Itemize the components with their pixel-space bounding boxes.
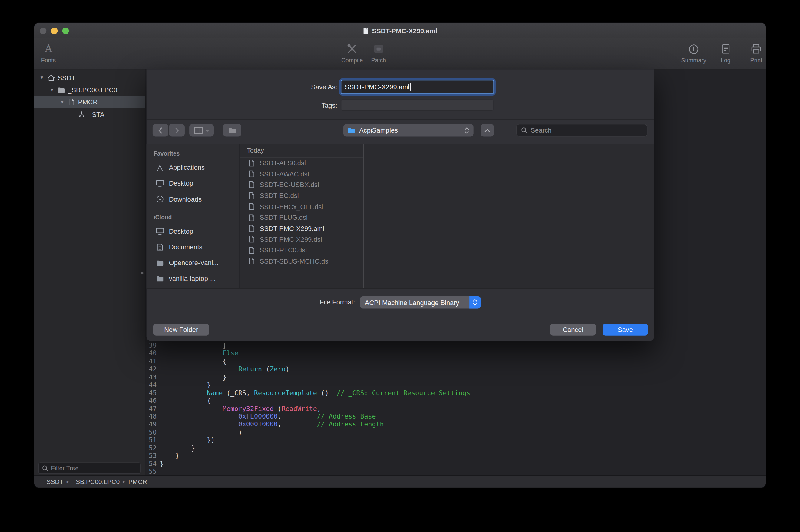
new-folder-button[interactable]: New Folder bbox=[153, 324, 209, 336]
code-text: 0xFE000000, // Address Base bbox=[160, 413, 376, 420]
file-row[interactable]: SSDT-EC.dsl bbox=[240, 190, 364, 201]
toolbar-left-group: AFonts bbox=[37, 42, 60, 63]
toolbar-compile-button[interactable]: Compile bbox=[341, 42, 364, 63]
line-number: 45 bbox=[145, 389, 156, 397]
search-input[interactable]: Search bbox=[516, 124, 647, 136]
up-button[interactable] bbox=[481, 124, 494, 136]
popup-stepper bbox=[469, 296, 481, 308]
file-name: SSDT-SBUS-MCHC.dsl bbox=[260, 257, 330, 265]
magnifier-icon bbox=[42, 465, 49, 472]
folder-icon bbox=[155, 276, 164, 282]
sidebar-item-opencore-vani-[interactable]: Opencore-Vani... bbox=[147, 255, 240, 271]
file-row[interactable]: SSDT-EHCx_OFF.dsl bbox=[240, 201, 364, 212]
file-browser: FavoritesApplicationsDesktopDownloadsiCl… bbox=[147, 144, 654, 289]
code-text: Return (Zero) bbox=[160, 365, 289, 373]
code-line: 40 Else bbox=[145, 349, 766, 357]
columns-view-icon bbox=[193, 127, 203, 134]
location-popup[interactable]: AcpiSamples bbox=[343, 124, 473, 136]
document-icon bbox=[66, 98, 77, 106]
fonts-icon: A bbox=[43, 42, 54, 56]
window-title-area: SSDT-PMC-X299.aml bbox=[363, 26, 437, 34]
file-name: SSDT-AWAC.dsl bbox=[260, 170, 309, 178]
toolbar-print-button[interactable]: Print bbox=[745, 42, 766, 63]
code-text: }) bbox=[160, 436, 215, 444]
code-text: 0x00010000, // Address Length bbox=[160, 420, 384, 428]
disclosure-triangle[interactable]: ▼ bbox=[59, 99, 66, 105]
sidebar-item-downloads[interactable]: Downloads bbox=[147, 191, 240, 207]
file-row[interactable]: SSDT-SBUS-MCHC.dsl bbox=[240, 256, 364, 267]
file-list[interactable]: Today SSDT-ALS0.dslSSDT-AWAC.dslSSDT-EC-… bbox=[240, 144, 364, 288]
sidebar-item-desktop[interactable]: Desktop bbox=[147, 175, 240, 191]
compile-icon bbox=[347, 42, 358, 56]
disclosure-triangle[interactable]: ▼ bbox=[49, 87, 56, 92]
sidebar-section-title: Favorites bbox=[147, 147, 240, 159]
tree-item-label: SSDT bbox=[58, 74, 75, 81]
file-row[interactable]: SSDT-PLUG.dsl bbox=[240, 212, 364, 223]
file-format-popup[interactable]: ACPI Machine Language Binary bbox=[360, 296, 481, 308]
desktop: SSDT-PMC-X299.aml AFonts CompilePatch Su… bbox=[0, 0, 800, 532]
titlebar[interactable]: SSDT-PMC-X299.aml bbox=[34, 23, 766, 38]
tree-item-pmcr[interactable]: ▼PMCR bbox=[34, 96, 145, 108]
document-icon bbox=[363, 27, 369, 34]
code-line: 44 } bbox=[145, 381, 766, 389]
tags-input[interactable] bbox=[341, 99, 494, 111]
toolbar-summary-button[interactable]: Summary bbox=[681, 42, 706, 63]
sidebar-item-label: vanilla-laptop-... bbox=[169, 275, 216, 282]
code-line: 49 0x00010000, // Address Length bbox=[145, 420, 766, 428]
file-group-header: Today bbox=[240, 144, 364, 158]
save-as-label: Save As: bbox=[147, 83, 337, 91]
search-placeholder: Search bbox=[531, 127, 552, 134]
toolbar-log-button[interactable]: Log bbox=[714, 42, 737, 63]
document-icon bbox=[248, 203, 256, 210]
toolbar-label: Summary bbox=[681, 57, 706, 63]
line-number: 44 bbox=[145, 381, 156, 389]
file-row[interactable]: SSDT-ALS0.dsl bbox=[240, 158, 364, 169]
filter-tree-input[interactable]: Filter Tree bbox=[38, 462, 141, 474]
line-number: 48 bbox=[145, 413, 156, 420]
close-button[interactable] bbox=[40, 27, 46, 34]
code-line: 50 ) bbox=[145, 428, 766, 436]
line-number: 39 bbox=[145, 342, 156, 349]
save-dialog: Save As: SSDT-PMC-X299.aml Tags: AcpiSam… bbox=[147, 69, 654, 341]
sidebar-item-vanilla-laptop-[interactable]: vanilla-laptop-... bbox=[147, 271, 240, 287]
file-rows: SSDT-ALS0.dslSSDT-AWAC.dslSSDT-EC-USBX.d… bbox=[240, 158, 364, 267]
toolbar-patch-button[interactable]: Patch bbox=[367, 42, 390, 63]
folder-action-button[interactable] bbox=[223, 124, 241, 136]
chevrons-updown-icon bbox=[464, 127, 469, 134]
minimize-button[interactable] bbox=[51, 27, 58, 34]
save-button[interactable]: Save bbox=[602, 324, 648, 336]
text-caret bbox=[410, 83, 411, 91]
applications-icon bbox=[155, 164, 164, 171]
line-number: 46 bbox=[145, 397, 156, 405]
disclosure-triangle[interactable]: ▼ bbox=[38, 75, 45, 80]
file-row[interactable]: SSDT-EC-USBX.dsl bbox=[240, 179, 364, 190]
method-icon bbox=[76, 111, 87, 118]
sidebar-item-documents[interactable]: Documents bbox=[147, 239, 240, 255]
tree-item-_sta[interactable]: _STA bbox=[34, 108, 145, 120]
toolbar-fonts-button[interactable]: AFonts bbox=[37, 42, 60, 63]
summary-icon bbox=[688, 42, 699, 56]
forward-button[interactable] bbox=[169, 124, 185, 136]
ssdt-tree-sidebar: ▼SSDT▼_SB.PC00.LPC0▼PMCR_STA Filter Tree bbox=[34, 69, 145, 476]
file-row[interactable]: SSDT-PMC-X299.aml bbox=[240, 223, 364, 234]
window-title: SSDT-PMC-X299.aml bbox=[372, 26, 437, 34]
magnifier-icon bbox=[521, 127, 527, 134]
view-mode-button[interactable] bbox=[189, 124, 214, 136]
save-as-input[interactable]: SSDT-PMC-X299.aml bbox=[341, 80, 494, 94]
tree-item-ssdt[interactable]: ▼SSDT bbox=[34, 71, 145, 83]
back-button[interactable] bbox=[153, 124, 168, 136]
cancel-button[interactable]: Cancel bbox=[550, 324, 596, 336]
sidebar-item-desktop[interactable]: Desktop bbox=[147, 223, 240, 239]
file-row[interactable]: SSDT-PMC-X299.dsl bbox=[240, 234, 364, 245]
sidebar-item-applications[interactable]: Applications bbox=[147, 159, 240, 175]
app-window: SSDT-PMC-X299.aml AFonts CompilePatch Su… bbox=[34, 22, 766, 488]
zoom-button[interactable] bbox=[62, 27, 69, 34]
tree-item-_sb.pc00.lpc0[interactable]: ▼_SB.PC00.LPC0 bbox=[34, 83, 145, 96]
file-row[interactable]: SSDT-AWAC.dsl bbox=[240, 169, 364, 179]
file-row[interactable]: SSDT-RTC0.dsl bbox=[240, 245, 364, 256]
print-icon bbox=[751, 42, 762, 56]
code-line: 47 Memory32Fixed (ReadWrite, bbox=[145, 405, 766, 413]
document-icon bbox=[248, 225, 256, 232]
code-text: { bbox=[160, 357, 226, 365]
pane-splitter-handle[interactable] bbox=[141, 272, 143, 274]
